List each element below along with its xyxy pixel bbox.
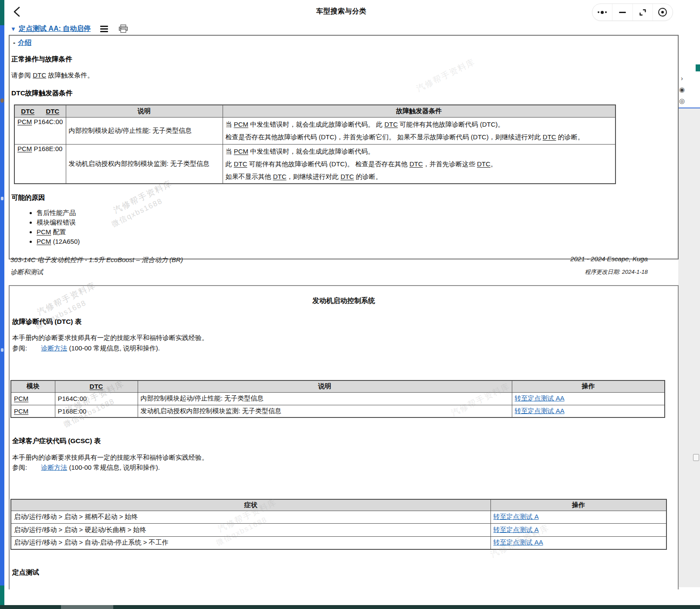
dtc-header-link[interactable]: DTC [21, 108, 34, 115]
printer-icon [118, 24, 128, 33]
skill-note: 本手册内的诊断要求技师具有一定的技能水平和福特诊断实践经验。 [12, 454, 208, 462]
minimize-button[interactable] [612, 4, 632, 20]
print-button[interactable] [118, 24, 128, 33]
dtc-inline-link[interactable]: DTC [33, 71, 46, 79]
symptom-table: 症状 操作 启动/运行/移动 > 启动 > 摇柄不起动 > 始终 转至定点测试 … [10, 499, 667, 550]
quit-button[interactable] [653, 4, 673, 20]
taskbar-segment [61, 605, 113, 609]
desktop-icon-fragment [1, 197, 3, 200]
taskbar [0, 605, 700, 609]
page-icon [693, 454, 699, 461]
goto-pinpoint-test-link[interactable]: 转至定点测试 A [494, 513, 539, 520]
more-dots-icon [598, 11, 607, 14]
cause-item: PCM 配置 [37, 227, 80, 237]
desktop-left-strip [0, 0, 4, 609]
cell-action: 转至定点测试 AA [512, 405, 665, 417]
refer-post: (100-00 常规信息, 说明和操作). [67, 344, 160, 352]
desktop-icon-fragment [0, 98, 4, 103]
table-row: PCM P168E:00 发动机启动授权内部控制模块监测: 无子类型信息 当 P… [14, 144, 615, 184]
table-row: PCM P168E:00 发动机启动授权内部控制模块监测: 无子类型信息 转至定… [11, 405, 665, 417]
cell-module: PCM [11, 392, 55, 405]
cell-condition: 当 PCM 中发生错误时，就会生成此故障诊断代码。 此 DTC 可能伴有其他故障… [223, 144, 615, 184]
cell-module: PCM [11, 405, 55, 417]
doc-revision-date: 程序更改日期: 2024-1-18 [585, 268, 648, 276]
possible-causes-heading: 可能的原因 [11, 193, 45, 202]
table-row: 启动/运行/移动 > 启动 > 硬起动/长曲柄 > 始终 转至定点测试 A [11, 523, 666, 536]
pcm-link[interactable]: PCM [17, 145, 32, 152]
cause-item: PCM (12A650) [37, 237, 80, 246]
cell-dtc: PCM P164C:00 [14, 117, 66, 144]
cell-dtc: P164C:00 [55, 392, 138, 405]
doc-applicability: 2021 - 2024 Escape, Kuga [570, 255, 648, 262]
refer-line: 参阅: 诊断方法 (100-00 常规信息, 说明和操作). [12, 464, 160, 472]
cell-dtc: PCM P168E:00 [14, 144, 66, 184]
intro-section-link[interactable]: 介绍 [18, 39, 31, 46]
collapse-triangle-icon[interactable]: ▼ [10, 26, 16, 32]
pinpoint-test-doc-link[interactable]: 定点测试 AA: 自动启停 [19, 24, 91, 34]
cell-dtc: P168E:00 [55, 405, 138, 417]
cell-description: 发动机启动授权内部控制模块监测: 无子类型信息 [66, 144, 223, 184]
background-panel [678, 108, 700, 587]
col-header-action: 操作 [490, 499, 666, 511]
dtc-code: P164C:00 [34, 118, 63, 125]
fullscreen-button[interactable] [632, 4, 653, 20]
menu-button[interactable] [100, 26, 108, 32]
desktop-left-strip-top [0, 0, 4, 25]
target-circle-icon: ◎ [679, 98, 685, 104]
diagnostic-method-link[interactable]: 诊断方法 [41, 344, 67, 352]
cell-symptom: 启动/运行/移动 > 启动 > 摇柄不起动 > 始终 [11, 511, 490, 523]
goto-pinpoint-test-link[interactable]: 转至定点测试 AA [515, 394, 565, 402]
dtc-trigger-table: DTC DTC 说明 故障触发器条件 PCM P164C:00 内部控制模块起动… [14, 104, 616, 184]
col-header-description: 说明 [138, 380, 512, 392]
col-header-condition: 故障触发器条件 [223, 105, 615, 117]
table-row: 启动/运行/移动 > 启动 > 自动-启动-停止系统 > 不工作 转至定点测试 … [11, 536, 666, 549]
refer-pre-text: 请参阅 [11, 71, 33, 79]
goto-pinpoint-test-link[interactable]: 转至定点测试 AA [515, 407, 565, 414]
diagnostic-method-link[interactable]: 诊断方法 [41, 464, 67, 471]
cell-condition: 当 PCM 中发生错误时，就会生成此故障诊断代码。 此 DTC 可能伴有其他故障… [223, 117, 615, 144]
goto-pinpoint-test-link[interactable]: 转至定点测试 A [494, 526, 539, 533]
dtc-header-link[interactable]: DTC [90, 383, 103, 390]
module-dtc-table: 模块 DTC 说明 操作 PCM P164C:00 内部控制模块起动/停止性能:… [10, 380, 665, 418]
pcm-link[interactable]: PCM [14, 395, 28, 402]
cell-symptom: 启动/运行/移动 > 启动 > 硬起动/长曲柄 > 始终 [11, 523, 490, 536]
cell-description: 内部控制模块起动/停止性能: 无子类型信息 [138, 392, 512, 405]
introduction-section: -介绍 正常操作与故障条件 请参阅 DTC 故障触发条件。 DTC故障触发器条件… [9, 35, 679, 259]
cell-description: 发动机启动授权内部控制模块监测: 无子类型信息 [138, 405, 512, 417]
record-circle-icon: ◉ [679, 86, 685, 93]
condition-line: 检查是否存在其他故障诊断代码 (DTC)，并首先诊断它们。 如果不显示故障诊断代… [226, 131, 613, 143]
page-title: 车型搜索与分类 [4, 7, 678, 16]
pcm-link[interactable]: PCM [14, 407, 28, 415]
table-header-row: DTC DTC 说明 故障触发器条件 [14, 105, 615, 117]
window-controls [592, 3, 673, 21]
col-header-dtc: DTC DTC [14, 105, 66, 117]
intro-collapse-row: -介绍 [13, 38, 31, 47]
cause-item: 模块编程错误 [37, 218, 80, 227]
document-toolbar: ▼ 定点测试 AA: 自动启停 [10, 23, 128, 35]
table-row: 启动/运行/移动 > 启动 > 摇柄不起动 > 始终 转至定点测试 A [11, 511, 666, 523]
cell-symptom: 启动/运行/移动 > 启动 > 自动-启动-停止系统 > 不工作 [11, 536, 490, 549]
condition-line: 当 PCM 中发生错误时，就会生成此故障诊断代码。 此 DTC 可能伴有其他故障… [226, 118, 613, 131]
cell-description: 内部控制模块起动/停止性能: 无子类型信息 [66, 117, 223, 144]
system-title: 发动机启动控制系统 [10, 296, 678, 306]
refer-post: (100-00 常规信息, 说明和操作). [67, 464, 160, 471]
dtc-header-link[interactable]: DTC [46, 108, 59, 115]
refer-label: 参阅: [12, 464, 27, 471]
desktop-icon-fragment [1, 348, 3, 352]
pinpoint-tests-heading: 定点测试 [12, 568, 39, 577]
condition-line: 当 PCM 中发生错误时，就会生成此故障诊断代码。 [226, 145, 613, 158]
engine-start-control-section: 发动机启动控制系统 故障诊断代码 (DTC) 表 本手册内的诊断要求技师具有一定… [9, 285, 679, 589]
pcm-link[interactable]: PCM [17, 118, 32, 125]
collapse-minus-icon[interactable]: - [13, 39, 15, 46]
chevron-right-icon: › [681, 75, 683, 81]
normal-operation-heading: 正常操作与故障条件 [11, 55, 72, 64]
more-options-button[interactable] [592, 4, 612, 20]
refer-line: 参阅: 诊断方法 (100-00 常规信息, 说明和操作). [12, 344, 160, 353]
refer-paragraph: 请参阅 DTC 故障触发条件。 [11, 71, 94, 80]
skill-note: 本手册内的诊断要求技师具有一定的技能水平和福特诊断实践经验。 [12, 334, 208, 342]
condition-line: 此 DTC 可能伴有其他故障诊断代码 (DTC)。 检查是否存在其他 DTC，并… [226, 158, 613, 170]
cause-item: 售后性能产品 [37, 208, 80, 218]
goto-pinpoint-test-link[interactable]: 转至定点测试 AA [494, 538, 543, 546]
cell-action: 转至定点测试 AA [512, 392, 665, 405]
dtc-trigger-heading: DTC故障触发器条件 [11, 89, 72, 98]
